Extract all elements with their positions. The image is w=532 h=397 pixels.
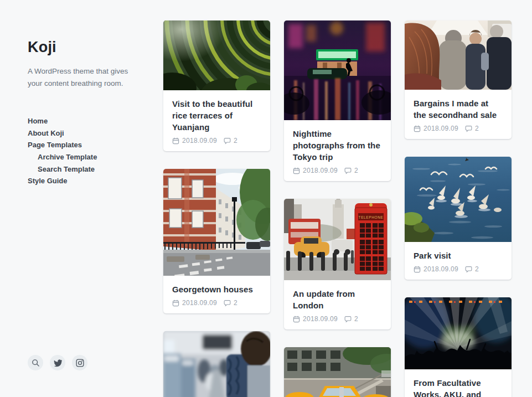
post-thumbnail-seagulls[interactable]	[405, 157, 512, 242]
post-title[interactable]: Visit to the beautiful rice terraces of …	[172, 98, 261, 133]
nav-item-home[interactable]: Home	[28, 115, 149, 127]
comments-link[interactable]: 2	[224, 137, 237, 145]
sidebar: Koji A WordPress theme that gives your c…	[28, 39, 149, 187]
post-thumbnail-tokyo-night[interactable]	[284, 20, 391, 120]
post-thumbnail-train-interior[interactable]	[163, 331, 270, 397]
instagram-link[interactable]	[72, 355, 87, 370]
post-body: Georgetown houses 2018.09.09 2	[163, 276, 270, 313]
post-thumbnail-concert[interactable]	[405, 297, 512, 369]
twitter-icon	[54, 359, 62, 367]
site-tagline: A WordPress theme that gives your conten…	[28, 65, 138, 89]
post-title[interactable]: Bargains I made at the secondhand sale	[414, 97, 503, 121]
calendar-icon	[293, 167, 300, 174]
post-meta: 2018.09.09 2	[172, 137, 261, 145]
calendar-icon	[293, 316, 300, 323]
post-card[interactable]: From Facultative Works, AKU, and Forma	[405, 297, 512, 397]
post-date: 2018.09.09	[182, 299, 217, 307]
post-title[interactable]: From Facultative Works, AKU, and Forma	[414, 377, 503, 397]
post-title[interactable]: An update from London	[293, 288, 382, 311]
post-date: 2018.09.09	[423, 265, 458, 273]
post-thumbnail-brick-houses[interactable]	[163, 169, 270, 276]
comments-link[interactable]: 2	[224, 299, 237, 307]
post-thumbnail-flea-market[interactable]	[405, 20, 512, 90]
grid-column-3: Bargains I made at the secondhand sale 2…	[405, 20, 512, 397]
calendar-icon	[172, 300, 179, 307]
post-meta: 2018.09.09 2	[414, 265, 503, 273]
post-body: An update from London 2018.09.09 2	[284, 280, 391, 329]
comments-link[interactable]: 2	[344, 167, 358, 174]
post-meta: 2018.09.09 2	[293, 315, 382, 323]
post-thumbnail-rice-terraces[interactable]	[163, 20, 270, 90]
post-card[interactable]: Visit to the beautiful rice terraces of …	[163, 20, 270, 151]
post-thumbnail-yellow-porsche[interactable]	[284, 347, 391, 397]
comment-icon	[465, 266, 472, 273]
calendar-icon	[414, 266, 421, 273]
comment-icon	[224, 300, 231, 307]
nav-item-archive-template[interactable]: Archive Template	[28, 151, 149, 163]
grid-column-1: Visit to the beautiful rice terraces of …	[163, 20, 270, 397]
calendar-icon	[172, 137, 179, 145]
comment-count: 2	[354, 315, 358, 323]
nav-item-style-guide[interactable]: Style Guide	[28, 175, 149, 187]
nav-item-page-templates[interactable]: Page Templates	[28, 139, 149, 151]
post-card[interactable]: Park visit 2018.09.09 2	[405, 157, 512, 280]
comment-icon	[344, 167, 352, 174]
post-card[interactable]	[163, 331, 270, 397]
post-meta: 2018.09.09 2	[172, 299, 261, 307]
comments-link[interactable]: 2	[344, 315, 358, 323]
post-card[interactable]: TELEPHONE	[284, 199, 391, 329]
comment-count: 2	[234, 299, 237, 307]
comment-count: 2	[234, 137, 237, 145]
post-thumbnail-london[interactable]: TELEPHONE	[284, 199, 391, 280]
instagram-icon	[76, 359, 84, 367]
post-body: Visit to the beautiful rice terraces of …	[163, 90, 270, 151]
comment-count: 2	[354, 167, 358, 174]
post-body: Park visit 2018.09.09 2	[405, 242, 512, 280]
social-bar	[28, 355, 87, 370]
nav-item-search-template[interactable]: Search Template	[28, 163, 149, 176]
post-card[interactable]: Bargains I made at the secondhand sale 2…	[405, 20, 512, 139]
post-card[interactable]: Nighttime photographs from the Tokyo tri…	[284, 20, 391, 181]
calendar-icon	[414, 125, 421, 132]
sidebar-nav: Home About Koji Page Templates Archive T…	[28, 115, 149, 187]
comment-icon	[224, 137, 231, 145]
comment-count: 2	[475, 265, 479, 273]
post-body: From Facultative Works, AKU, and Forma	[405, 369, 512, 397]
comment-count: 2	[475, 125, 479, 132]
site-title[interactable]: Koji	[28, 39, 149, 56]
comments-link[interactable]: 2	[465, 265, 479, 273]
search-icon	[32, 359, 40, 367]
post-date: 2018.09.09	[182, 137, 217, 145]
post-grid: Visit to the beautiful rice terraces of …	[163, 20, 512, 397]
post-card[interactable]: Georgetown houses 2018.09.09 2	[163, 169, 270, 313]
post-body: Nighttime photographs from the Tokyo tri…	[284, 120, 391, 181]
post-date: 2018.09.09	[423, 125, 458, 132]
comments-link[interactable]: 2	[465, 125, 479, 132]
post-card[interactable]	[284, 347, 391, 397]
post-title[interactable]: Georgetown houses	[172, 283, 261, 295]
post-title[interactable]: Nighttime photographs from the Tokyo tri…	[293, 128, 382, 163]
post-meta: 2018.09.09 2	[293, 167, 382, 174]
post-title[interactable]: Park visit	[414, 250, 503, 261]
comment-icon	[465, 125, 472, 132]
post-date: 2018.09.09	[303, 315, 338, 323]
grid-column-2: Nighttime photographs from the Tokyo tri…	[284, 20, 391, 397]
post-body: Bargains I made at the secondhand sale 2…	[405, 90, 512, 139]
search-button[interactable]	[28, 355, 43, 370]
nav-item-about-koji[interactable]: About Koji	[28, 127, 149, 140]
twitter-link[interactable]	[50, 355, 65, 370]
post-date: 2018.09.09	[303, 167, 338, 174]
post-meta: 2018.09.09 2	[414, 125, 503, 132]
page: Koji A WordPress theme that gives your c…	[0, 0, 532, 397]
comment-icon	[344, 316, 352, 323]
svg-text:TELEPHONE: TELEPHONE	[359, 215, 384, 219]
